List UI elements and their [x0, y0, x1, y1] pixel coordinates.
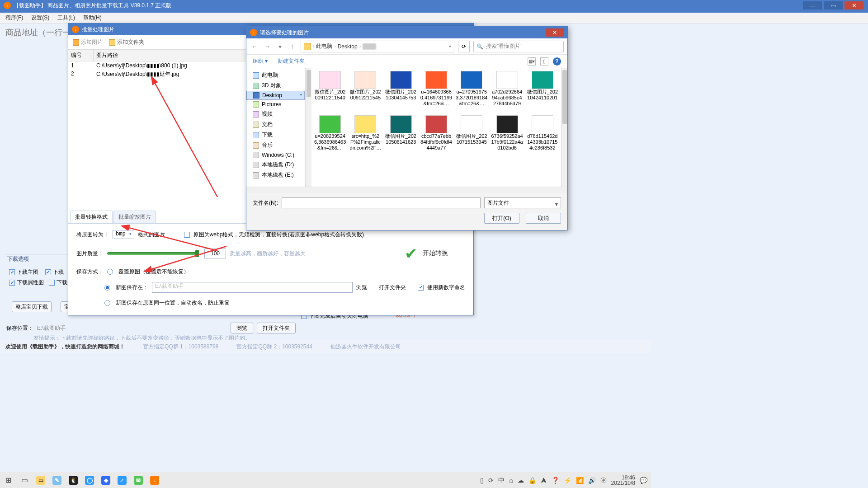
- thumbnail-area[interactable]: 微信图片_20200912211540微信图片_20200912211545微信…: [311, 68, 561, 187]
- search-input[interactable]: 🔍 搜索"看懂图片": [473, 41, 564, 52]
- start-button[interactable]: ⊞: [0, 474, 16, 487]
- breadcrumb[interactable]: › 此电脑 › Desktop › ▾: [301, 41, 454, 52]
- app-icon-2[interactable]: ⟋: [114, 474, 130, 487]
- nav-hist-icon[interactable]: ▾: [275, 42, 284, 51]
- notifications-icon[interactable]: 💬: [640, 477, 647, 484]
- tree-pc[interactable]: 此电脑: [246, 70, 305, 80]
- browser-icon[interactable]: ◯: [81, 474, 98, 487]
- tray-icon[interactable]: ⟳: [488, 477, 494, 484]
- add-image-button[interactable]: 添加图片: [73, 38, 103, 46]
- thumb-item[interactable]: 微信图片_20210506141623: [384, 115, 418, 157]
- qq-icon[interactable]: 🐧: [65, 474, 81, 487]
- thumb-item[interactable]: 微信图片_20210715153945: [455, 115, 488, 157]
- sticky-icon[interactable]: ✎: [49, 474, 65, 487]
- btn-whole-store[interactable]: 整店宝贝下载: [12, 301, 52, 312]
- view-mode-icon[interactable]: ▦▾: [528, 57, 536, 66]
- thumb-item[interactable]: cbcd77a7ebb84fdfbf9c0fdf44449a77: [420, 115, 453, 157]
- chk-webp-direct[interactable]: [184, 232, 190, 238]
- tray-icon[interactable]: ☁: [518, 477, 524, 484]
- menu-help[interactable]: 帮助(H): [83, 14, 102, 22]
- refresh-button[interactable]: ⟳: [458, 41, 470, 52]
- open-folder-button[interactable]: 打开文件夹: [257, 323, 296, 333]
- new-folder-button[interactable]: 新建文件夹: [278, 57, 305, 65]
- wifi-icon[interactable]: 📶: [576, 477, 584, 484]
- thumb-item[interactable]: src=http_%2F%2Fimg.alicdn.com%2F…: [349, 115, 382, 157]
- taskbar[interactable]: ⊞ ▭ ▭ ✎ 🐧 ◯ ◆ ⟋ ✉ ↓ ▯ ⟳ 中 ⌂ ☁ 🔒 ⮝ ❓ ⚡ 📶 …: [0, 472, 651, 488]
- tray-icon[interactable]: 中: [498, 476, 505, 484]
- radio-new-location[interactable]: [104, 285, 110, 291]
- thumb-item[interactable]: 微信图片_20200912211540: [313, 71, 347, 113]
- thumbs-scrollbar[interactable]: [561, 68, 567, 187]
- preview-pane-icon[interactable]: ▯: [540, 57, 548, 66]
- filename-input[interactable]: [282, 197, 481, 208]
- format-select[interactable]: bmp: [113, 230, 134, 239]
- nav-back-icon[interactable]: ←: [250, 42, 259, 51]
- quality-value[interactable]: 100: [204, 249, 226, 258]
- chk-download-attr[interactable]: [9, 280, 15, 286]
- maximize-button[interactable]: ▭: [824, 1, 843, 9]
- thumb-item[interactable]: 微信图片_20200912211545: [349, 71, 382, 113]
- chk-b[interactable]: [45, 269, 51, 275]
- tree-downloads[interactable]: 下载: [246, 130, 305, 140]
- open-button[interactable]: 打开(O): [484, 213, 519, 224]
- add-folder-button[interactable]: 添加文件夹: [109, 38, 144, 46]
- start-convert-button[interactable]: 开始转换: [423, 249, 448, 258]
- wechat-icon[interactable]: ✉: [130, 474, 146, 487]
- tree-3d[interactable]: 3D 对象: [246, 80, 305, 91]
- help-icon[interactable]: ?: [553, 57, 561, 66]
- tab-resize[interactable]: 批量缩放图片: [113, 211, 156, 223]
- thumb-item[interactable]: a702d29266494cab9685c427844b8d79: [490, 71, 524, 113]
- thumb-item[interactable]: 微信图片_20210304145753: [384, 71, 418, 113]
- radio-overwrite[interactable]: [107, 269, 113, 275]
- organize-menu[interactable]: 组织 ▾: [253, 57, 268, 65]
- tree-desktop[interactable]: Desktop: [246, 91, 305, 100]
- radio-same-location[interactable]: [104, 300, 110, 306]
- thumb-item[interactable]: u=2082395246,3636986463&fm=26&…: [313, 115, 347, 157]
- ime-icon[interactable]: ㊥: [600, 476, 607, 484]
- sound-icon[interactable]: 🔊: [588, 477, 596, 484]
- tab-format[interactable]: 批量转换格式: [70, 211, 113, 223]
- tray-icon[interactable]: ❓: [552, 477, 559, 484]
- chk-number-name[interactable]: [418, 285, 424, 291]
- thumb-item[interactable]: 微信图片_20210424110201: [526, 71, 559, 113]
- browse-button[interactable]: 浏览: [231, 323, 253, 333]
- tray-icon[interactable]: ⌂: [509, 477, 513, 484]
- folder-tree[interactable]: 此电脑 3D 对象 Desktop Pictures 视频 文档 下载 音乐 W…: [246, 68, 305, 187]
- thumbs-h-scrollbar[interactable]: [246, 187, 567, 193]
- thumb-item[interactable]: d78d115462d14393b107154c236f8532: [526, 115, 559, 157]
- tray-icon[interactable]: 🔒: [528, 477, 536, 484]
- tree-music[interactable]: 音乐: [246, 140, 305, 150]
- thumb-item[interactable]: u=2709519753,3720189184&fm=26&…: [455, 71, 488, 113]
- tree-docs[interactable]: 文档: [246, 119, 305, 130]
- nav-fwd-icon[interactable]: →: [263, 42, 272, 51]
- tray-icon[interactable]: ⚡: [564, 477, 571, 484]
- browse-button[interactable]: 浏览: [356, 284, 367, 291]
- minimize-button[interactable]: —: [803, 1, 822, 9]
- tray-icon[interactable]: ▯: [480, 477, 484, 484]
- open-close-button[interactable]: ✕: [546, 28, 564, 37]
- tree-scrollbar[interactable]: [305, 68, 311, 187]
- task-view-icon[interactable]: ▭: [16, 474, 33, 487]
- thumb-item[interactable]: 6736f59252a417b9f0122a4a0102bd6: [490, 115, 524, 157]
- tree-d[interactable]: 本地磁盘 (D:): [246, 160, 305, 170]
- quality-slider[interactable]: [107, 252, 197, 255]
- menu-program[interactable]: 程序(F): [5, 14, 23, 22]
- menu-tools[interactable]: 工具(L): [57, 14, 75, 22]
- nav-up-icon[interactable]: ↑: [288, 42, 297, 51]
- tree-e[interactable]: 本地磁盘 (E:): [246, 170, 305, 180]
- chk-download-main[interactable]: [9, 269, 15, 275]
- open-folder-button[interactable]: 打开文件夹: [379, 284, 406, 291]
- filetype-select[interactable]: 图片文件: [484, 197, 561, 208]
- new-path-input[interactable]: E:\载图助手: [152, 282, 353, 293]
- chk-c[interactable]: [49, 280, 55, 286]
- thumb-item[interactable]: u=1646093680,4169731199&fm=26&…: [420, 71, 453, 113]
- app-icon-1[interactable]: ◆: [98, 474, 114, 487]
- cancel-button[interactable]: 取消: [526, 213, 561, 224]
- clock[interactable]: 19:46 2021/10/8: [611, 475, 635, 486]
- menu-settings[interactable]: 设置(S): [31, 14, 49, 22]
- tray-icon[interactable]: ⮝: [541, 477, 547, 484]
- tree-pictures[interactable]: Pictures: [246, 100, 305, 109]
- explorer-icon[interactable]: ▭: [33, 474, 49, 487]
- col-index[interactable]: 编号: [68, 50, 94, 61]
- close-button[interactable]: ✕: [844, 1, 863, 9]
